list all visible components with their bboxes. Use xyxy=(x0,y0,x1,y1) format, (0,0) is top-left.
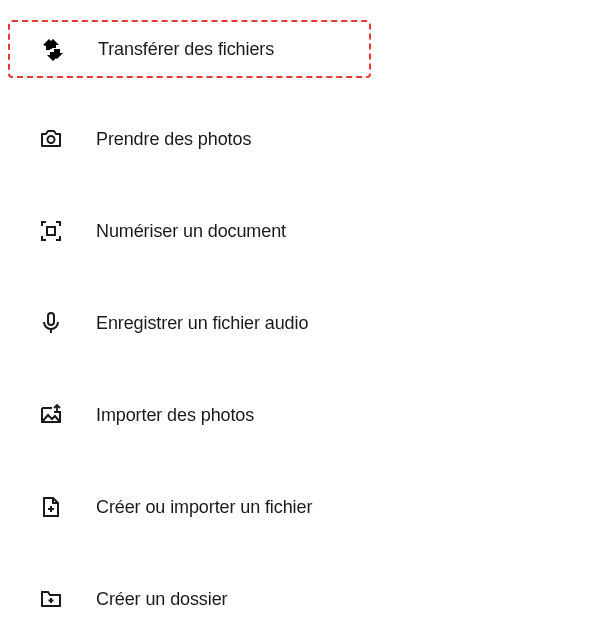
menu-item-create-folder[interactable]: Créer un dossier xyxy=(0,572,591,626)
menu-item-label: Importer des photos xyxy=(96,405,254,426)
create-folder-icon xyxy=(38,586,64,612)
transfer-icon xyxy=(40,36,66,62)
action-menu-list: Transférer des fichiers Prendre des phot… xyxy=(0,20,591,636)
menu-item-import-photos[interactable]: Importer des photos xyxy=(0,388,591,442)
menu-item-record-audio[interactable]: Enregistrer un fichier audio xyxy=(0,296,591,350)
menu-item-transfer-files[interactable]: Transférer des fichiers xyxy=(8,20,371,78)
menu-item-scan-document[interactable]: Numériser un document xyxy=(0,204,591,258)
svg-point-3 xyxy=(48,136,55,143)
menu-item-label: Transférer des fichiers xyxy=(98,39,274,60)
camera-icon xyxy=(38,126,64,152)
scan-icon xyxy=(38,218,64,244)
menu-item-label: Créer ou importer un fichier xyxy=(96,497,312,518)
svg-rect-4 xyxy=(47,227,55,235)
create-file-icon xyxy=(38,494,64,520)
svg-rect-5 xyxy=(48,313,54,325)
menu-item-label: Créer un dossier xyxy=(96,589,227,610)
menu-item-label: Enregistrer un fichier audio xyxy=(96,313,308,334)
menu-item-label: Prendre des photos xyxy=(96,129,251,150)
menu-item-create-file[interactable]: Créer ou importer un fichier xyxy=(0,480,591,534)
menu-item-take-photos[interactable]: Prendre des photos xyxy=(0,112,591,166)
microphone-icon xyxy=(38,310,64,336)
import-photos-icon xyxy=(38,402,64,428)
menu-item-label: Numériser un document xyxy=(96,221,286,242)
